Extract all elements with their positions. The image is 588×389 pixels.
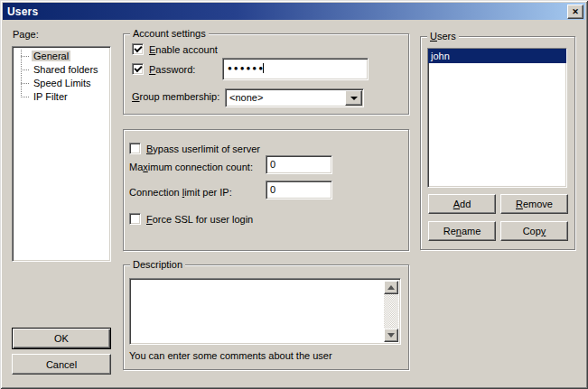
add-user-button[interactable]: Add [428, 194, 496, 214]
rename-user-button[interactable]: Rename [428, 221, 496, 241]
window-title: Users [7, 5, 38, 18]
description-scrollbar[interactable] [384, 281, 398, 342]
text-caret [262, 63, 264, 74]
description-textarea[interactable] [129, 278, 401, 345]
bypass-userlimit-label[interactable]: Bypass userlimit of server [146, 144, 260, 155]
scroll-down-button[interactable] [384, 329, 398, 342]
close-button[interactable]: ✕ [567, 5, 583, 19]
users-dialog: Users ✕ Page: General Shared folders Spe… [0, 0, 588, 389]
account-settings-group: Account settings Enable account Password… [123, 33, 409, 115]
max-connection-label: Maximum connection count: [129, 162, 253, 173]
tree-item-shared-folders[interactable]: Shared folders [13, 63, 110, 77]
description-title: Description [130, 259, 185, 271]
scroll-down-icon [387, 333, 395, 341]
tree-item-ip-filter[interactable]: IP Filter [13, 90, 110, 104]
users-group: Users john Add Remove Rename Copy [420, 36, 575, 250]
force-ssl-label[interactable]: Force SSL for user login [146, 214, 253, 226]
description-hint: You can enter some comments about the us… [129, 350, 332, 362]
enable-account-label[interactable]: Enable account [149, 44, 218, 56]
ip-limit-input[interactable]: 0 [266, 181, 332, 199]
bypass-userlimit-checkbox[interactable] [129, 143, 141, 154]
password-label[interactable]: Password: [149, 64, 195, 76]
description-group: Description You can enter some comments … [123, 264, 409, 370]
scroll-up-button[interactable] [384, 281, 398, 294]
page-label: Page: [13, 29, 39, 41]
password-input[interactable]: ●●●●●● [222, 58, 369, 80]
dropdown-button[interactable] [345, 90, 362, 106]
ok-button[interactable]: OK [12, 328, 111, 349]
force-ssl-checkbox[interactable] [129, 213, 141, 225]
user-list-item[interactable]: john [428, 49, 566, 63]
remove-user-button[interactable]: Remove [500, 194, 568, 214]
title-bar[interactable]: Users [3, 3, 585, 20]
limits-group: Bypass userlimit of server Maximum conne… [123, 129, 409, 251]
copy-user-button[interactable]: Copy [500, 221, 568, 241]
close-icon: ✕ [572, 8, 579, 16]
max-connection-input[interactable]: 0 [266, 155, 332, 174]
scroll-up-icon [387, 282, 395, 290]
group-membership-value: <none> [229, 92, 263, 104]
tree-item-speed-limits[interactable]: Speed Limits [13, 77, 110, 90]
group-membership-label: Group membership: [132, 91, 219, 103]
tree-item-general[interactable]: General [13, 50, 110, 63]
ip-limit-label: Connection limit per IP: [129, 187, 232, 199]
account-settings-title: Account settings [130, 28, 209, 40]
password-masked-value: ●●●●●● [228, 63, 265, 74]
group-membership-select[interactable]: <none> [225, 88, 364, 107]
chevron-down-icon [350, 97, 358, 104]
cancel-button[interactable]: Cancel [12, 354, 111, 375]
users-list[interactable]: john [427, 48, 567, 188]
enable-account-checkbox[interactable] [132, 43, 144, 55]
password-checkbox[interactable] [132, 63, 144, 75]
page-tree[interactable]: General Shared folders Speed Limits IP F… [12, 46, 111, 262]
users-group-title: Users [427, 31, 459, 42]
